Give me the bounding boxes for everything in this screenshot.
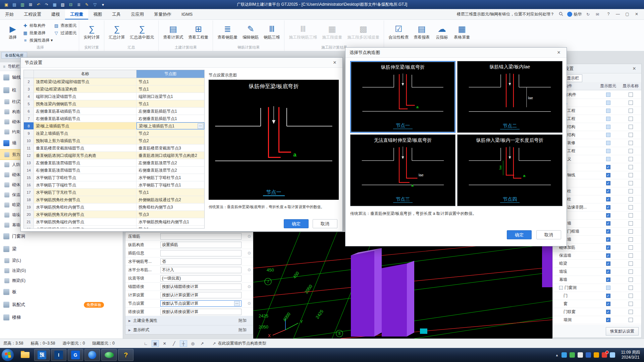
checkbox[interactable]: [629, 253, 633, 258]
layer-row-带形窗[interactable]: 带形窗✓: [553, 324, 641, 325]
ribbon-button-查看报表[interactable]: ▤查看报表: [412, 20, 432, 44]
titlebar-icon-4[interactable]: ↶: [36, 2, 42, 8]
node-table-row-18[interactable]: 18水平钢筋拐角柱外侧节点外侧钢筋连续通过节点2: [24, 196, 204, 203]
ribbon-button-云指标[interactable]: ☁云指标: [433, 20, 451, 44]
checkbox[interactable]: ✓: [606, 318, 610, 322]
taskbar-app-4[interactable]: [85, 349, 100, 361]
checkbox[interactable]: [606, 125, 610, 129]
search-icon[interactable]: [558, 12, 564, 17]
window-button-0[interactable]: ?: [604, 9, 613, 19]
checkbox[interactable]: [629, 294, 633, 298]
drawing-tool-3[interactable]: ╱: [170, 340, 178, 347]
ribbon-button-查看工程量[interactable]: ⊞查看工程量: [186, 20, 210, 44]
titlebar-icon-9[interactable]: ≣: [76, 2, 82, 8]
window-button-2[interactable]: ▢: [623, 9, 632, 19]
nav-item-圈梁(E)[interactable]: 圈梁(E): [0, 276, 123, 286]
node-table-row-20[interactable]: 20水平钢筋拐角无柱内侧节点节点3: [24, 211, 204, 218]
checkbox[interactable]: ✓: [606, 205, 610, 209]
close-icon[interactable]: ✕: [631, 66, 638, 71]
ribbon-button-按属性选择[interactable]: ≡按属性选择 ▾: [23, 37, 53, 44]
ribbon-button-查看钢筋量[interactable]: ≣查看钢筋量: [215, 20, 239, 44]
node-table-row-19[interactable]: 19水平钢筋拐角暗柱内侧节点拐角暗柱内侧节点3: [24, 203, 204, 211]
checkbox[interactable]: ✓: [606, 197, 610, 201]
ribbon-button-施工段提量[interactable]: ▦施工段提量: [320, 20, 344, 44]
checkbox[interactable]: ✓: [606, 294, 610, 298]
checkbox[interactable]: [629, 181, 633, 185]
prop-section-显示样式[interactable]: ▶显示样式附加: [125, 325, 253, 335]
node-table-row-4[interactable]: 4端部洞口连梁锚固节点端部洞口连梁节点1: [24, 93, 204, 100]
taskbar-app-1[interactable]: 预: [34, 349, 50, 361]
checkbox[interactable]: [606, 101, 610, 105]
tray-icon-2[interactable]: [570, 352, 575, 358]
restore-defaults-button[interactable]: 恢复默认设置: [606, 327, 639, 336]
checkbox[interactable]: [629, 221, 633, 226]
checkbox[interactable]: [629, 229, 633, 234]
nav-item-楼梯[interactable]: 楼梯: [0, 311, 123, 324]
prop-input-水平分布筋...[interactable]: 不计入: [160, 267, 241, 273]
checkbox[interactable]: [629, 189, 633, 193]
node-table-row-12[interactable]: 12垂直钢筋遇洞口或端部无节点构造垂直筋遇洞口或端部无节点构造2: [24, 152, 204, 159]
menu-tab-算量协作[interactable]: 算量协作: [149, 9, 176, 19]
layer-row-幕墙[interactable]: 幕墙✓: [553, 276, 641, 284]
prop-input-压墙筋[interactable]: [160, 233, 241, 240]
menu-tab-工具[interactable]: 工具: [107, 9, 126, 19]
prop-input-抗震等级[interactable]: (一级抗震): [160, 275, 241, 282]
checkbox[interactable]: ✓: [606, 229, 610, 234]
cancel-button[interactable]: 取消: [536, 230, 561, 239]
titlebar-icon-12[interactable]: ▾: [100, 2, 106, 8]
ribbon-button-实时计算[interactable]: ∑实时计算: [82, 20, 102, 44]
drawing-tool-4[interactable]: ┼: [180, 340, 187, 347]
prop-input-插筋信息[interactable]: [160, 250, 241, 256]
titlebar-icon-5[interactable]: ↷: [44, 2, 50, 8]
menu-tab-工程设置[interactable]: 工程设置: [19, 9, 46, 19]
node-table-row-22[interactable]: 22水平钢筋拐角端柱外侧节点节点1: [24, 226, 204, 229]
tray-icon-4[interactable]: [586, 352, 591, 358]
drawing-tool-2[interactable]: ✕: [161, 340, 168, 347]
ribbon-button-合法性检查[interactable]: ☑合法性检查: [386, 20, 411, 44]
node-option-节点二[interactable]: 纵筋锚入梁/板内laelae节点二: [457, 61, 562, 133]
taskbar-app-5[interactable]: [101, 349, 117, 361]
checkbox[interactable]: ✓: [606, 278, 610, 282]
drawing-tool-6[interactable]: ↗: [199, 340, 206, 347]
checkbox[interactable]: ✓: [606, 189, 610, 193]
checkbox[interactable]: [629, 205, 633, 209]
checkbox[interactable]: [629, 117, 633, 121]
more-button[interactable]: ⋯: [234, 301, 240, 306]
checkbox[interactable]: [629, 133, 633, 137]
more-button[interactable]: ⋯: [198, 123, 203, 129]
ribbon-button-查看计算式[interactable]: ▤查看计算式: [161, 20, 185, 44]
checkbox[interactable]: ✓: [606, 253, 610, 258]
user-account[interactable]: 杨华: [567, 11, 582, 17]
tray-icon-5[interactable]: [594, 352, 599, 358]
menu-tab-工程量[interactable]: 工程量: [65, 9, 88, 19]
node-option-节点一[interactable]: 纵筋伸至梁/板底弯折a节点一: [350, 61, 455, 133]
checkbox[interactable]: [629, 318, 633, 322]
ribbon-button-批量选择[interactable]: ▦批量选择: [23, 30, 53, 36]
ribbon-button-施工段钢筋三维[interactable]: Ⅲ施工段钢筋三维: [287, 20, 319, 44]
checkbox[interactable]: [606, 93, 610, 97]
checkbox[interactable]: ✓: [606, 237, 610, 242]
titlebar-icon-2[interactable]: ▥: [19, 2, 25, 8]
menu-tab-视图[interactable]: 视图: [88, 9, 107, 19]
menu-tab-IGMS[interactable]: IGMS: [176, 9, 198, 19]
titlebar-icon-3[interactable]: ⊞: [28, 2, 34, 8]
checkbox[interactable]: ✓: [606, 213, 610, 218]
3d-viewport[interactable]: YX4504502050242520504000242578: [253, 232, 552, 339]
ribbon-button-选择[interactable]: ▶选择: [4, 20, 22, 44]
checkbox[interactable]: [606, 286, 610, 290]
ribbon-button-汇总计算[interactable]: ∑汇总计算: [107, 20, 127, 44]
viewport-canvas[interactable]: YX4504502050242520504000242578: [253, 232, 552, 339]
menu-tab-云应用[interactable]: 云应用: [126, 9, 149, 19]
checkbox[interactable]: [629, 269, 633, 274]
checkbox[interactable]: [629, 165, 633, 169]
prop-input-纵筋构造[interactable]: 设置插筋: [160, 242, 241, 248]
nav-item-梁[interactable]: 梁: [0, 243, 123, 255]
nav-item-门窗洞[interactable]: 门窗洞: [0, 230, 123, 243]
checkbox[interactable]: [629, 93, 633, 97]
drawing-tool-0[interactable]: ∟: [142, 340, 150, 347]
checkbox[interactable]: [606, 157, 610, 161]
checkbox[interactable]: ✓: [606, 221, 610, 226]
node-table-row-21[interactable]: 21水平钢筋拐角端柱内侧节点水平钢筋拐角端柱内侧节点1: [24, 218, 204, 226]
titlebar-icon-6[interactable]: ▦: [52, 2, 58, 8]
checkbox[interactable]: [629, 109, 633, 113]
